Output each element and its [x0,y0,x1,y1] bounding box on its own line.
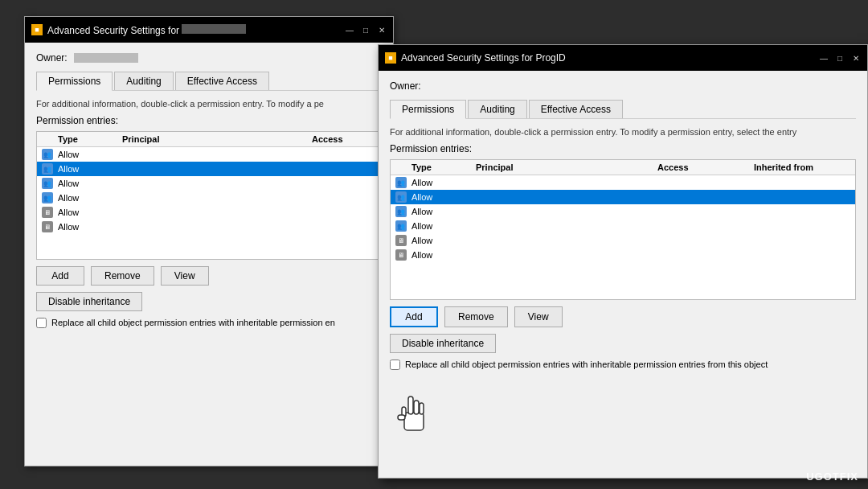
window-icon-back: ■ [31,24,43,35]
inherit-btn-row-back: Disable inheritance [36,292,382,311]
type-cell: Allow [411,192,476,202]
watermark: UGOTFIX [806,471,858,483]
view-button-back[interactable]: View [161,266,209,286]
titlebar-left-back: ■ Advanced Security Settings for [31,24,246,36]
info-text-back: For additional information, double-click… [36,99,382,109]
section-label-front: Permission entries: [390,143,856,154]
titlebar-controls-back: — □ ✕ [345,25,387,35]
disable-inheritance-button-front[interactable]: Disable inheritance [390,334,496,353]
window-front: ■ Advanced Security Settings for ProgID … [378,44,868,479]
user-icon: 👥 [395,220,407,232]
user-icon: 👥 [42,149,53,160]
titlebar-title-front: Advanced Security Settings for ProgID [401,52,566,64]
user-icon: 👥 [395,177,407,188]
type-cell: Allow [58,222,122,232]
user-icon: 👥 [395,191,407,203]
table-row[interactable]: 🖥 Allow [391,248,855,262]
table-row[interactable]: 👥 Allow [37,191,381,205]
title-blurred-back [182,24,246,34]
titlebar-left-front: ■ Advanced Security Settings for ProgID [385,52,566,64]
add-button-front[interactable]: Add [390,306,438,327]
titlebar-title-back: Advanced Security Settings for [47,24,246,36]
col-icon-front [395,162,411,172]
type-cell: Allow [58,193,122,203]
type-cell: Allow [58,164,122,174]
type-cell: Allow [411,250,476,260]
permission-table-front: Type Principal Access Inherited from 👥 A… [390,159,856,300]
close-btn-front[interactable]: ✕ [851,53,861,63]
tab-auditing-back[interactable]: Auditing [114,72,173,90]
table-row[interactable]: 👥 Allow [391,190,855,204]
perm-header-front: Type Principal Access Inherited from [391,160,855,175]
checkbox-row-back: Replace all child object permission entr… [36,318,382,328]
tab-permissions-back[interactable]: Permissions [36,72,113,91]
add-button-back[interactable]: Add [36,266,84,286]
close-btn-back[interactable]: ✕ [377,25,387,35]
user-icon: 👥 [42,163,53,175]
section-label-back: Permission entries: [36,115,382,126]
user-icon-special: 🖥 [395,235,407,246]
col-icon-back [42,134,58,144]
user-icon-special: 🖥 [42,207,53,218]
window-icon-front: ■ [385,52,396,64]
window-content-front: Owner: Permissions Auditing Effective Ac… [379,71,867,478]
table-row[interactable]: 🖥 Allow [37,205,381,220]
view-button-front[interactable]: View [514,306,563,327]
checkbox-row-front: Replace all child object permission entr… [390,360,856,370]
table-row[interactable]: 👥 Allow [37,162,381,176]
type-cell: Allow [58,150,122,159]
user-icon: 👥 [42,178,53,189]
checkbox-label-front: Replace all child object permission entr… [405,360,768,369]
tab-auditing-front[interactable]: Auditing [468,100,526,118]
perm-header-back: Type Principal Access [37,132,381,147]
type-cell: Allow [411,236,476,245]
inherit-btn-row-front: Disable inheritance [390,334,856,353]
type-cell: Allow [58,208,122,217]
permission-table-back: Type Principal Access 👥 Allow 👥 Allow 👥 [36,131,382,260]
table-row[interactable]: 👥 Allow [391,175,855,190]
user-icon-special: 🖥 [42,221,53,232]
tabs-front: Permissions Auditing Effective Access [390,100,856,119]
maximize-btn-back[interactable]: □ [361,25,371,35]
disable-inheritance-button-back[interactable]: Disable inheritance [36,292,142,311]
window-content-back: Owner: Permissions Auditing Effective Ac… [25,43,393,466]
type-cell: Allow [411,178,476,187]
titlebar-back: ■ Advanced Security Settings for — □ ✕ [25,17,393,43]
tab-effective-access-front[interactable]: Effective Access [529,100,623,118]
minimize-btn-front[interactable]: — [819,53,829,63]
col-type-back: Type [58,134,122,144]
user-icon: 👥 [42,192,53,203]
checkbox-replace-back[interactable] [36,318,47,328]
table-row[interactable]: 👥 Allow [37,176,381,191]
type-cell: Allow [411,221,476,231]
title-text-back: Advanced Security Settings for [47,25,179,36]
maximize-btn-front[interactable]: □ [835,53,845,63]
col-inherited-front: Inherited from [754,162,850,172]
owner-label-back: Owner: [36,52,68,64]
table-row[interactable]: 👥 Allow [391,219,855,233]
checkbox-label-back: Replace all child object permission entr… [51,318,335,327]
table-row[interactable]: 🖥 Allow [37,220,381,234]
table-row[interactable]: 👥 Allow [391,204,855,219]
table-row[interactable]: 👥 Allow [37,147,381,162]
remove-button-back[interactable]: Remove [91,266,154,286]
tab-effective-access-back[interactable]: Effective Access [175,72,269,90]
col-type-front: Type [411,162,476,172]
owner-value-back [74,53,138,63]
remove-button-front[interactable]: Remove [444,306,508,327]
buttons-row-back: Add Remove View [36,266,382,286]
col-access-back: Access [312,134,376,144]
info-text-front: For additional information, double-click… [390,127,856,137]
tab-permissions-front[interactable]: Permissions [390,100,466,119]
col-access-front: Access [657,162,754,172]
user-icon-special: 🖥 [395,249,407,261]
minimize-btn-back[interactable]: — [345,25,354,35]
table-row[interactable]: 🖥 Allow [391,233,855,248]
col-principal-front: Principal [476,162,657,172]
window-back: ■ Advanced Security Settings for — □ ✕ O… [24,16,394,466]
owner-row-front: Owner: [390,80,856,92]
titlebar-controls-front: — □ ✕ [819,53,861,63]
titlebar-front: ■ Advanced Security Settings for ProgID … [379,45,867,71]
checkbox-replace-front[interactable] [390,360,400,370]
col-principal-back: Principal [122,134,312,144]
